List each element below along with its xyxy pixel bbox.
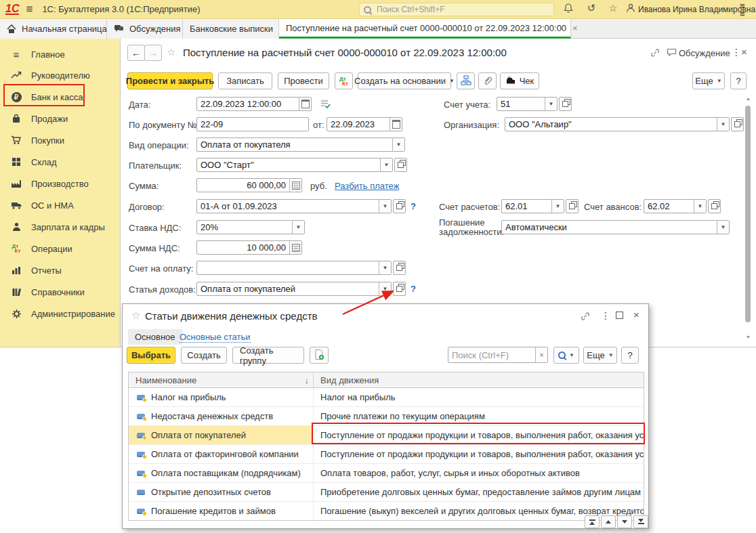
chevron-down-icon[interactable]: ▼: [551, 200, 564, 213]
vat-amount-field[interactable]: [196, 240, 302, 255]
new-group-icon-button[interactable]: [310, 347, 329, 364]
table-header[interactable]: Наименование ↓ Вид движения: [129, 372, 644, 388]
invoice-field[interactable]: ▼: [196, 261, 392, 275]
scrollbar-thumb[interactable]: [745, 106, 751, 322]
favorite-star-icon[interactable]: ☆: [131, 310, 140, 322]
document-posted-icon[interactable]: [320, 99, 331, 111]
table-row[interactable]: Погашение кредитов и займов Погашение (в…: [129, 502, 644, 520]
create-button[interactable]: Создать: [181, 347, 227, 364]
contract-field[interactable]: ▼: [196, 199, 392, 213]
notifications-bell-icon[interactable]: [561, 3, 576, 16]
chevron-down-icon[interactable]: ▼: [717, 118, 729, 131]
table-row[interactable]: Налог на прибыль Налог на прибыль: [129, 388, 644, 407]
more-dots-icon[interactable]: ⋮: [732, 47, 741, 58]
history-icon[interactable]: ↺: [584, 2, 599, 14]
sidebar-item-administration[interactable]: Администрирование: [0, 304, 121, 323]
main-menu-icon[interactable]: ≡: [26, 3, 33, 16]
advance-account-field[interactable]: ▼: [644, 199, 707, 213]
close-icon[interactable]: ×: [572, 23, 578, 33]
chevron-down-icon[interactable]: ▼: [380, 158, 392, 171]
calendar-icon[interactable]: [390, 118, 402, 131]
sidebar-item-warehouse[interactable]: Склад: [0, 152, 121, 171]
table-row[interactable]: Оплата от факторинговой компании Поступл…: [129, 445, 644, 464]
attachments-button[interactable]: [478, 72, 497, 89]
calendar-icon[interactable]: [299, 98, 311, 110]
modal-search-field[interactable]: ×: [448, 347, 548, 363]
amount-field[interactable]: [196, 178, 302, 192]
open-icon[interactable]: [394, 158, 407, 172]
sidebar-item-reports[interactable]: Отчеты: [0, 261, 121, 280]
doc-date-field[interactable]: [327, 117, 402, 131]
sidebar-item-purchases[interactable]: Покупки: [0, 131, 121, 150]
link-icon[interactable]: [581, 312, 590, 323]
forward-button[interactable]: →: [144, 45, 162, 61]
global-search-input[interactable]: [375, 4, 534, 15]
tab-main-items[interactable]: Основные статьи: [180, 332, 251, 343]
tab-main[interactable]: Основное: [128, 329, 182, 345]
chevron-down-icon[interactable]: ▼: [379, 282, 391, 295]
table-row-selected[interactable]: Оплата от покупателей Поступление от про…: [129, 426, 644, 445]
help-link[interactable]: ?: [411, 284, 416, 294]
select-button[interactable]: Выбрать: [127, 347, 175, 364]
structure-button[interactable]: [457, 72, 475, 89]
tab-discussions[interactable]: Обсуждения: [107, 19, 183, 39]
create-group-button[interactable]: Создать группу: [232, 347, 304, 364]
debt-repayment-field[interactable]: ▼: [501, 220, 730, 234]
sidebar-item-directories[interactable]: Справочники: [0, 282, 121, 301]
calculator-icon[interactable]: [289, 241, 301, 254]
close-icon[interactable]: ×: [741, 46, 747, 58]
chevron-down-icon[interactable]: ▼: [545, 98, 557, 110]
scroll-down-icon[interactable]: ▼: [745, 335, 751, 339]
back-button[interactable]: ←: [127, 45, 145, 61]
chevron-down-icon[interactable]: ▼: [717, 221, 729, 234]
sort-desc-icon[interactable]: ↓: [305, 375, 310, 385]
calculator-icon[interactable]: [289, 179, 301, 192]
table-row[interactable]: Недостача денежных средств Прочие платеж…: [129, 407, 644, 426]
organization-field[interactable]: ▼: [505, 117, 730, 131]
more-button[interactable]: Еще▼: [583, 347, 617, 364]
open-icon[interactable]: [393, 199, 406, 213]
open-icon[interactable]: [731, 117, 744, 131]
favorites-star-icon[interactable]: ☆: [606, 3, 621, 14]
create-based-on-button[interactable]: Создать на основании▼: [358, 72, 451, 89]
user-icon[interactable]: [623, 3, 638, 15]
sidebar-item-bank-cash[interactable]: ₽ Банк и касса: [0, 87, 121, 106]
post-and-close-button[interactable]: Провести и закрыть: [127, 72, 213, 89]
doc-number-field[interactable]: [196, 117, 309, 131]
sidebar-item-manager[interactable]: Руководителю: [0, 66, 121, 85]
post-button[interactable]: Провести: [278, 72, 329, 89]
table-row[interactable]: Открытие депозитных счетов Приобретение …: [129, 483, 644, 502]
close-icon[interactable]: ×: [633, 309, 639, 320]
save-button[interactable]: Записать: [218, 72, 272, 89]
discussion-bubble-icon[interactable]: [667, 48, 677, 59]
operation-type-field[interactable]: ▼: [196, 137, 405, 152]
link-icon[interactable]: [650, 48, 660, 60]
favorite-star-icon[interactable]: ☆: [167, 46, 175, 58]
open-icon[interactable]: [708, 199, 721, 213]
date-field[interactable]: [196, 97, 312, 111]
sidebar-item-main[interactable]: ≡ Главное: [0, 45, 121, 64]
check-button[interactable]: Чек: [500, 72, 539, 89]
more-dots-icon[interactable]: ⋮: [601, 310, 610, 321]
scroll-up-icon[interactable]: ▲: [745, 96, 751, 101]
sidebar-item-sales[interactable]: Продажи: [0, 109, 121, 128]
current-user-name[interactable]: Иванова Ирина Владимировна: [638, 5, 755, 14]
global-search[interactable]: [359, 3, 554, 16]
account-field[interactable]: ▼: [497, 97, 558, 111]
chevron-down-icon[interactable]: ▼: [392, 138, 404, 151]
maximize-icon[interactable]: [616, 312, 623, 319]
search-button[interactable]: ▼: [553, 347, 579, 364]
chevron-down-icon[interactable]: ▼: [694, 200, 706, 213]
clear-search-icon[interactable]: ×: [535, 347, 547, 362]
go-up-button[interactable]: [601, 515, 616, 528]
help-button[interactable]: ?: [730, 72, 747, 89]
income-item-field[interactable]: ▼: [196, 282, 392, 296]
dt-kt-button[interactable]: ДтКт: [335, 72, 353, 89]
sidebar-item-operations[interactable]: ДтКт Операции: [0, 239, 121, 258]
open-icon[interactable]: [566, 199, 579, 213]
tab-bank-statements[interactable]: Банковские выписки ×: [183, 19, 279, 39]
help-link[interactable]: ?: [411, 201, 416, 211]
open-icon[interactable]: [393, 282, 406, 296]
chevron-down-icon[interactable]: ▼: [292, 221, 304, 234]
payer-field[interactable]: ▼: [196, 158, 393, 172]
